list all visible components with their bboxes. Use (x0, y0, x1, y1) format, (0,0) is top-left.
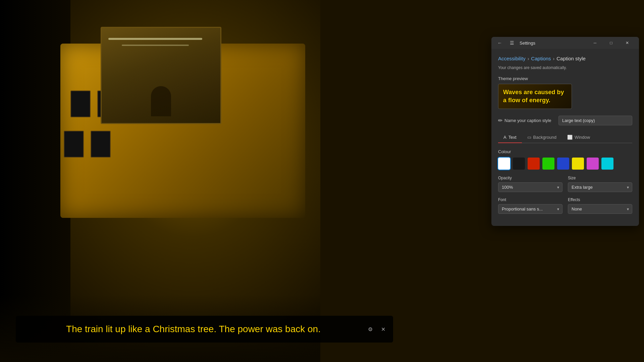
name-row: ✏ Name your caption style (498, 116, 632, 125)
effects-dropdown[interactable]: None Raised Depressed Uniform Drop shado… (568, 204, 632, 214)
color-swatch-black[interactable] (513, 158, 525, 170)
theme-preview-label: Theme preview (498, 76, 632, 81)
person-silhouette (151, 86, 171, 116)
breadcrumb-captions[interactable]: Captions (531, 56, 551, 61)
tab-window-label: Window (575, 135, 590, 140)
breadcrumb-sep-1: › (528, 56, 529, 61)
breadcrumb-accessibility[interactable]: Accessibility (498, 56, 526, 61)
back-button[interactable]: ← (495, 39, 504, 47)
caption-bar: The train lit up like a Christmas tree. … (16, 316, 393, 343)
font-effects-row: Font Proportional sans s... Monospace sa… (498, 197, 632, 214)
caption-style-name-input[interactable] (558, 116, 632, 125)
color-swatch-green[interactable] (542, 158, 554, 170)
tab-background[interactable]: ▭ Background (522, 132, 562, 143)
caption-text: The train lit up like a Christmas tree. … (21, 323, 366, 335)
opacity-group: Opacity 25% 50% 75% 100% (498, 176, 562, 192)
caption-settings-button[interactable]: ⚙ (366, 324, 375, 334)
breadcrumb-caption-style: Caption style (556, 56, 586, 61)
colour-label: Colour (498, 149, 632, 154)
effects-group: Effects None Raised Depressed Uniform Dr… (568, 197, 632, 214)
effects-dropdown-wrapper: None Raised Depressed Uniform Drop shado… (568, 204, 632, 214)
color-swatch-cyan[interactable] (601, 158, 613, 170)
caption-controls: ⚙ ✕ (366, 324, 388, 334)
font-dropdown[interactable]: Proportional sans s... Monospace sans se… (498, 204, 562, 214)
breadcrumb-sep-2: › (553, 56, 555, 61)
preview-caption-text: Waves are caused by a flow of energy. (503, 88, 567, 104)
size-group: Size Small Medium Large Extra large (568, 176, 632, 192)
train-small-window-1 (70, 90, 91, 117)
color-swatch-magenta[interactable] (587, 158, 599, 170)
color-swatches (498, 158, 632, 170)
opacity-size-row: Opacity 25% 50% 75% 100% Size Small Medi… (498, 176, 632, 192)
breadcrumb: Accessibility › Captions › Caption style (498, 56, 632, 61)
name-label: ✏ Name your caption style (498, 117, 551, 124)
color-swatch-yellow[interactable] (572, 158, 584, 170)
font-dropdown-wrapper: Proportional sans s... Monospace sans se… (498, 204, 562, 214)
ceiling-light-2 (122, 45, 189, 46)
panel-content: Accessibility › Captions › Caption style… (491, 49, 639, 226)
settings-panel: ← ☰ Settings ─ □ ✕ Accessibility › Capti… (491, 37, 639, 226)
tabs-row: A Text ▭ Background ⬜ Window (498, 132, 632, 143)
font-group: Font Proportional sans s... Monospace sa… (498, 197, 562, 214)
tab-text[interactable]: A Text (498, 132, 522, 143)
train-small-window-4 (91, 131, 111, 158)
window-tab-icon: ⬜ (567, 135, 573, 140)
close-button[interactable]: ✕ (620, 38, 635, 48)
color-swatch-blue[interactable] (557, 158, 569, 170)
menu-button[interactable]: ☰ (507, 39, 516, 47)
auto-save-message: Your changes are saved automatically. (498, 65, 632, 70)
color-swatch-white[interactable] (498, 158, 510, 170)
text-tab-icon: A (503, 135, 506, 140)
window-controls: ─ □ ✕ (587, 38, 635, 48)
name-label-text: Name your caption style (504, 118, 551, 123)
minimize-button[interactable]: ─ (587, 38, 603, 48)
theme-preview-box: Waves are caused by a flow of energy. (498, 84, 572, 109)
tab-window[interactable]: ⬜ Window (562, 132, 595, 143)
caption-close-button[interactable]: ✕ (378, 324, 388, 334)
color-swatch-red[interactable] (528, 158, 540, 170)
size-dropdown[interactable]: Small Medium Large Extra large (568, 182, 632, 192)
opacity-dropdown[interactable]: 25% 50% 75% 100% (498, 182, 562, 192)
background-tab-icon: ▭ (527, 135, 531, 140)
size-dropdown-wrapper: Small Medium Large Extra large (568, 182, 632, 192)
maximize-button[interactable]: □ (603, 38, 619, 48)
opacity-label: Opacity (498, 176, 562, 180)
titlebar-left: ← ☰ Settings (495, 39, 535, 47)
train-main-window (101, 27, 221, 124)
opacity-dropdown-wrapper: 25% 50% 75% 100% (498, 182, 562, 192)
panel-title-label: Settings (520, 41, 535, 46)
tab-text-label: Text (508, 135, 517, 140)
pencil-icon: ✏ (498, 117, 502, 124)
ceiling-light-1 (108, 38, 202, 40)
size-label: Size (568, 176, 632, 180)
tab-background-label: Background (533, 135, 556, 140)
font-label: Font (498, 197, 562, 202)
effects-label: Effects (568, 197, 632, 202)
train-small-window-3 (64, 131, 84, 158)
panel-titlebar: ← ☰ Settings ─ □ ✕ (491, 37, 639, 49)
train-scene (0, 0, 320, 362)
